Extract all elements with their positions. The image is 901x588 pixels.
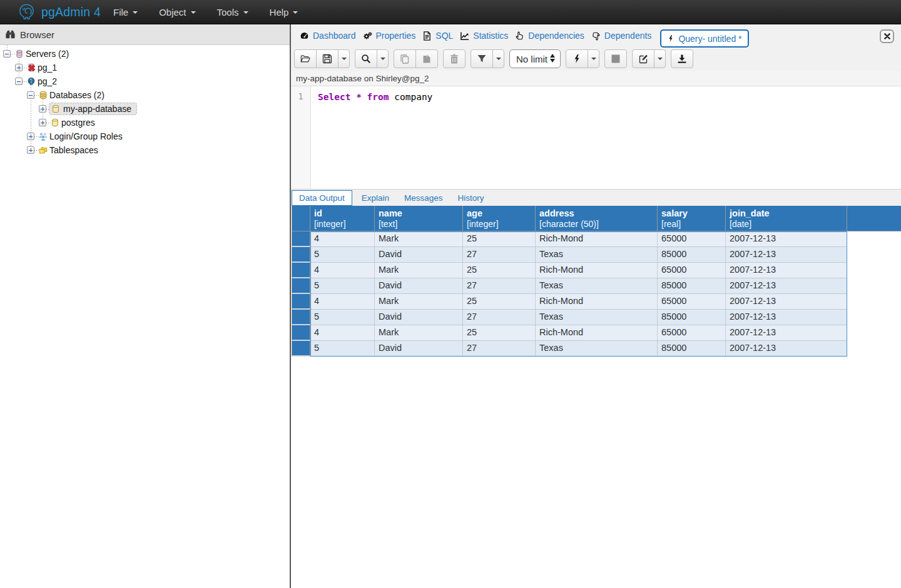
grid-cell-age[interactable]: 27: [463, 341, 536, 357]
grid-cell-address[interactable]: Rich-Mond: [536, 294, 658, 310]
grid-column-header-age[interactable]: age[integer]: [463, 206, 536, 231]
execute-query-button[interactable]: [566, 49, 588, 68]
tab-dependents[interactable]: Dependents: [591, 31, 652, 41]
collapse-minus-icon[interactable]: [15, 78, 23, 85]
row-selector-cell[interactable]: [292, 341, 310, 357]
grid-cell-name[interactable]: David: [375, 247, 463, 263]
row-selector-cell[interactable]: [292, 247, 310, 263]
sql-code-line[interactable]: Select * from company: [311, 86, 432, 189]
expand-plus-icon[interactable]: [27, 146, 34, 154]
grid-cell-name[interactable]: David: [375, 278, 463, 294]
grid-cell-name[interactable]: David: [375, 310, 463, 325]
tab-dashboard[interactable]: Dashboard: [300, 31, 356, 41]
grid-column-header-name[interactable]: name[text]: [375, 206, 463, 231]
grid-corner-cell[interactable]: [292, 206, 310, 231]
save-options-dropdown[interactable]: [338, 49, 350, 68]
row-limit-select[interactable]: No limit: [509, 49, 561, 68]
tree-node-label[interactable]: Databases (2): [48, 89, 106, 101]
tree-node-label[interactable]: my-app-database: [61, 104, 131, 114]
tree-node-label[interactable]: postgres: [60, 117, 96, 128]
close-panel-button[interactable]: [880, 29, 894, 43]
grid-cell-age[interactable]: 27: [463, 278, 536, 294]
open-file-button[interactable]: [294, 49, 317, 68]
row-selector-cell[interactable]: [292, 325, 310, 341]
grid-column-header-id[interactable]: id[integer]: [310, 206, 375, 231]
find-options-dropdown[interactable]: [377, 49, 389, 68]
grid-cell-id[interactable]: 4: [310, 263, 375, 278]
tab-dependencies[interactable]: Dependencies: [515, 31, 584, 41]
copy-button[interactable]: [394, 49, 416, 68]
menu-help[interactable]: Help: [259, 0, 309, 24]
grid-cell-salary[interactable]: 65000: [658, 231, 726, 247]
tree-node-servers-2[interactable]: Servers (2): [0, 47, 290, 61]
expand-plus-icon[interactable]: [39, 105, 46, 113]
grid-cell-age[interactable]: 27: [463, 310, 536, 325]
tree-node-label[interactable]: Login/Group Roles: [48, 131, 124, 142]
grid-cell-address[interactable]: Texas: [536, 341, 658, 357]
output-tab-history[interactable]: History: [458, 190, 484, 206]
grid-cell-name[interactable]: Mark: [375, 325, 463, 341]
grid-column-header-salary[interactable]: salary[real]: [658, 206, 726, 231]
grid-cell-address[interactable]: Texas: [536, 247, 658, 263]
grid-cell-join_date[interactable]: 2007-12-13: [726, 278, 847, 294]
expand-plus-icon[interactable]: [15, 64, 23, 71]
grid-cell-salary[interactable]: 65000: [658, 263, 726, 278]
grid-cell-name[interactable]: Mark: [375, 231, 463, 247]
tree-node-databases-2[interactable]: Databases (2): [0, 88, 290, 102]
tree-node-postgres[interactable]: postgres: [0, 116, 290, 129]
tree-node-label[interactable]: Tablespaces: [48, 144, 99, 156]
grid-cell-address[interactable]: Texas: [536, 278, 658, 294]
grid-cell-salary[interactable]: 85000: [658, 310, 726, 325]
grid-column-header-address[interactable]: address[character (50)]: [536, 206, 658, 231]
tab-properties[interactable]: Properties: [363, 31, 416, 41]
tab-sql[interactable]: SQL: [422, 31, 453, 41]
grid-cell-salary[interactable]: 85000: [658, 278, 726, 294]
grid-cell-salary[interactable]: 85000: [658, 341, 726, 357]
grid-cell-age[interactable]: 25: [463, 325, 536, 341]
grid-column-header-join_date[interactable]: join_date[date]: [726, 206, 847, 231]
edit-button[interactable]: [632, 49, 654, 68]
output-tab-messages[interactable]: Messages: [404, 190, 443, 206]
delete-button[interactable]: [443, 49, 466, 68]
menu-object[interactable]: Object: [148, 0, 206, 24]
grid-cell-address[interactable]: Texas: [536, 310, 658, 325]
edit-options-dropdown[interactable]: [654, 49, 666, 68]
tree-node-tablespaces[interactable]: Tablespaces: [0, 143, 290, 157]
grid-cell-address[interactable]: Rich-Mond: [536, 263, 658, 278]
save-file-button[interactable]: [316, 49, 339, 68]
execute-options-dropdown[interactable]: [588, 49, 599, 68]
grid-cell-id[interactable]: 4: [310, 325, 375, 341]
stop-button[interactable]: [604, 49, 627, 68]
grid-cell-salary[interactable]: 65000: [658, 294, 726, 310]
tree-node-label[interactable]: pg_2: [36, 76, 58, 87]
grid-cell-join_date[interactable]: 2007-12-13: [726, 294, 847, 310]
grid-cell-address[interactable]: Rich-Mond: [536, 325, 658, 341]
grid-cell-id[interactable]: 5: [310, 341, 375, 357]
grid-cell-join_date[interactable]: 2007-12-13: [726, 231, 847, 247]
row-selector-cell[interactable]: [292, 278, 310, 294]
grid-cell-age[interactable]: 25: [463, 263, 536, 278]
menu-file[interactable]: File: [103, 0, 148, 24]
grid-cell-id[interactable]: 4: [310, 231, 375, 247]
grid-cell-name[interactable]: Mark: [375, 294, 463, 310]
row-selector-cell[interactable]: [292, 231, 310, 247]
grid-cell-name[interactable]: David: [375, 341, 463, 357]
tab-query-untitled[interactable]: Query- untitled *: [660, 29, 748, 48]
grid-cell-id[interactable]: 5: [310, 278, 375, 294]
output-tab-explain[interactable]: Explain: [362, 190, 389, 206]
find-button[interactable]: [355, 49, 377, 68]
row-selector-cell[interactable]: [292, 294, 310, 310]
tree-node-login-group-roles[interactable]: Login/Group Roles: [0, 129, 290, 143]
tab-statistics[interactable]: Statistics: [460, 31, 508, 41]
grid-cell-age[interactable]: 25: [463, 231, 536, 247]
grid-cell-join_date[interactable]: 2007-12-13: [726, 341, 847, 357]
row-selector-cell[interactable]: [292, 263, 310, 278]
output-tab-data-output[interactable]: Data Output: [292, 190, 352, 206]
paste-button[interactable]: [415, 49, 438, 68]
grid-cell-name[interactable]: Mark: [375, 263, 463, 278]
tree-node-label[interactable]: pg_1: [36, 62, 58, 73]
grid-cell-address[interactable]: Rich-Mond: [536, 231, 658, 247]
expand-plus-icon[interactable]: [27, 133, 34, 140]
grid-cell-id[interactable]: 4: [310, 294, 375, 310]
menu-tools[interactable]: Tools: [206, 0, 259, 24]
